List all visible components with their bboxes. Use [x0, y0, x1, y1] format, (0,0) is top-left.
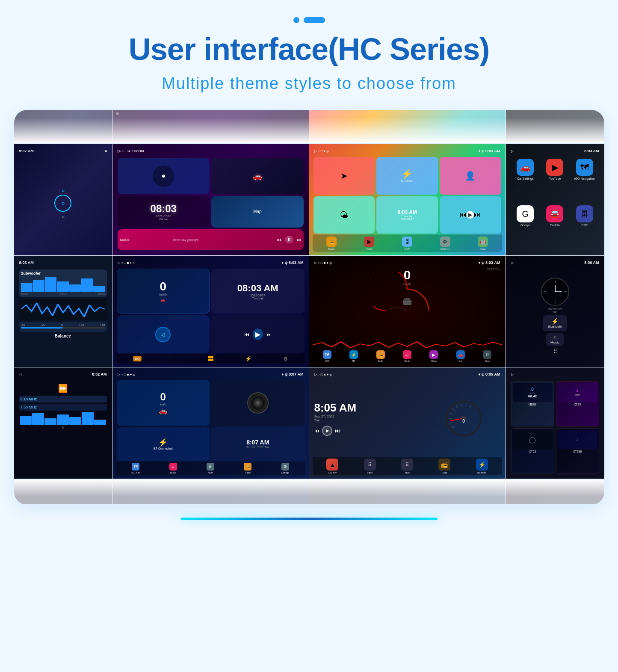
music-label-1-2: Music [120, 238, 171, 242]
apps-icon-2-4[interactable]: ⠿ [553, 348, 557, 355]
date-3-3: Sep 27, 2022 [314, 414, 424, 418]
tile-time[interactable]: 8:03 AM Tuesday 2022-09-27 [376, 196, 438, 234]
app-apps-2-3[interactable]: ⠿ Apps [481, 350, 494, 362]
play-btn-3-3[interactable]: ▶ [322, 426, 332, 436]
car-3-2: 🚗 [159, 407, 167, 415]
thumb-md03[interactable]: 0 km/h 06:42 MD03 [511, 381, 554, 426]
svg-line-18 [466, 404, 466, 407]
day-3-3: Tue [314, 418, 424, 422]
status-bar-2-1: 8:03 AM [18, 259, 109, 266]
nav-radio-3-2[interactable]: 📻 Radio [241, 463, 254, 474]
nav-igo-3-3[interactable]: ▲ iGO Nav [326, 459, 338, 474]
nav-grid-icon[interactable] [208, 356, 213, 361]
music-controls-1-2[interactable]: ⏮ ⏸ ⏭ [277, 236, 301, 243]
app-carinfo[interactable]: 🚘 CarInfo [541, 205, 568, 249]
status-icons-1-1 [105, 150, 107, 152]
app-music-2-3[interactable]: ♫ Music [401, 350, 414, 362]
bt-card-3-2: ⚡ BT Connected [117, 427, 210, 461]
partial-bottom-4 [506, 480, 604, 504]
app-dsp-label: DSP [405, 248, 410, 250]
app-dsp[interactable]: 🎛 DSP [402, 237, 412, 250]
date-3-2: Sep 27, 2022 Tue [246, 446, 269, 449]
partial-cell-4 [506, 110, 604, 143]
app-google[interactable]: G Google [512, 205, 539, 249]
tile-extra[interactable]: ⏮ ▶ ⏭ [440, 196, 501, 234]
app-radio-2-3[interactable]: 📻 Radio [374, 350, 387, 362]
nav-apps-3-2[interactable]: ⠿ Apps [204, 463, 217, 474]
map-label: Map [253, 209, 261, 214]
app-video[interactable]: ▶ Video [364, 237, 374, 250]
vinyl-disc [247, 392, 269, 414]
nav-bt-3-3[interactable]: ⚡ Bluetooth [476, 459, 488, 474]
controls-card-2-2[interactable]: ⏮ ▶ ⏭ [211, 315, 305, 353]
clock-circle: 🕐 [153, 166, 174, 187]
bt-connected-label: BT Connected [154, 447, 173, 450]
nav-settings-3-2[interactable]: ⚙ Settings [279, 463, 292, 474]
freq-display-2: 7.50 MHz [19, 404, 107, 411]
nav-bt-icon[interactable]: ⚡ [245, 356, 251, 362]
bluetooth-label: Bluetooth [401, 180, 414, 183]
tile-bluetooth[interactable]: ⚡ Bluetooth [376, 157, 438, 195]
time-2-2: ♦ ψ 8:03 AM [282, 261, 304, 265]
thumb-xt52[interactable]: ◯ XT52 [511, 428, 554, 474]
partial-cell-1 [14, 110, 112, 143]
date-display-2-2: 2022/09/27 [250, 294, 265, 297]
music-button-2-4[interactable]: ♫ Music [546, 333, 564, 346]
slider-track[interactable] [21, 327, 105, 329]
tile-photo[interactable]: 👤 [440, 157, 501, 195]
nav-radio-3-3[interactable]: 📻 Radio [438, 459, 450, 474]
partial-bottom-2 [112, 480, 309, 504]
screen-2-1: 8:03 AM Subwoofer [14, 256, 112, 367]
time-1-1: 9:07 AM [19, 149, 34, 153]
status-bar-3-2: ▷ ○ □ ■ ♦ ψ ♦ ψ 8:07 AM [116, 371, 305, 378]
app-car-settings[interactable]: 🚗 Car Settings [512, 159, 539, 203]
waveform-display [19, 299, 107, 320]
bluetooth-label-2-4: Bluetooth [548, 325, 562, 329]
small-icon-1-1: ⚙ [62, 189, 65, 193]
app-igo[interactable]: 🗺 iGO Navigation [571, 159, 598, 203]
tile-weather[interactable]: 🌤 [313, 196, 375, 234]
nav-apps-3-3[interactable]: ⠿ Apps [401, 459, 413, 474]
date-2-3: 09/27 Tue [487, 268, 500, 271]
app-radio-label: Radio [328, 248, 335, 250]
music-card-2-2: ♫ [117, 315, 210, 353]
thumb-xt188[interactable]: ♫ XT188 [556, 428, 599, 474]
app-android[interactable]: 🤖 Apps [478, 237, 488, 250]
play-icon[interactable]: ⏩ [58, 384, 68, 393]
app-dsp-2[interactable]: 🎛 DSP [571, 205, 598, 249]
nav-video-3-3[interactable]: ⠿ Video [364, 459, 376, 474]
screen-1-2-layout: 🕐 🚗 08:03 2022-07-22 Friday [116, 156, 305, 252]
gear-circle-1-1: ⚙ [54, 195, 71, 212]
app-settings[interactable]: ⚙ Settings [440, 237, 450, 250]
nav-music-icon[interactable]: ♫ [173, 356, 177, 362]
nav-eq[interactable]: EQ [133, 356, 142, 362]
thumb-xt25[interactable]: 0km/h XT25 [556, 381, 599, 426]
nav-igo-3-2[interactable]: 🗺 iGO Nav [129, 463, 142, 474]
speedometer-svg: 0 [444, 399, 483, 438]
app-bt-2-3[interactable]: ⚡ BT [347, 350, 360, 362]
app-car-2-3[interactable]: 🚗 Car [454, 350, 467, 362]
music-ctrl-3-3[interactable]: ⏮ ▶ ⏭ [314, 426, 424, 436]
app-youtube[interactable]: ▶ YouTube [541, 159, 568, 203]
play-area: ⏩ [19, 384, 107, 393]
nav-music-3-2[interactable]: ♫ Music [167, 463, 180, 474]
tile-nav[interactable]: ➤ [313, 157, 375, 195]
day-display-1-2: Friday [160, 218, 168, 221]
screen-2-3: ▷ ○ □ ■ ♦ ψ ♦ ψ 8:03 AM 09/27 Tue 0 km/h [309, 256, 506, 367]
svg-line-19 [470, 406, 471, 408]
freq-labels: 120Hz140Hz160Hz [21, 293, 105, 295]
screen-3-3: ▷ ○ □ ■ ♦ ψ ♦ ψ 8:05 AM 8:05 AM Sep 27, … [309, 367, 506, 479]
app-video-2-3[interactable]: ▶ Video [427, 350, 440, 362]
app-radio[interactable]: 📻 Radio [326, 237, 337, 250]
app-google-label: Google [520, 224, 530, 227]
header-dots [293, 17, 325, 23]
time-2-1: 8:03 AM [19, 261, 34, 265]
bottom-glow [181, 518, 438, 520]
app-igo-2-3[interactable]: 🗺 iGO [321, 350, 334, 362]
card-music-1-2: Music never say goodbye ⏮ ⏸ ⏭ [118, 229, 304, 250]
nav-settings-icon[interactable]: ⚙ [283, 356, 288, 362]
time-3-1: 8:02 AM [92, 372, 106, 376]
screen-1-3: ▷ ○ □ ♦ ψ ♦ ψ 8:03 AM ➤ ⚡ Bluetooth [309, 144, 506, 255]
clock-card-3-2: 8:07 AM Sep 27, 2022 Tue [211, 427, 305, 461]
bt-button-2-4[interactable]: ⚡ Bluetooth [543, 315, 568, 331]
